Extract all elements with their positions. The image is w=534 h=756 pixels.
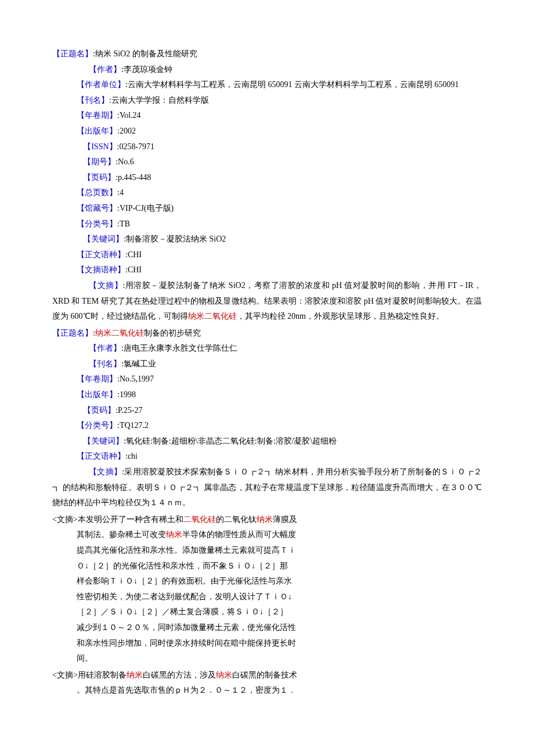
author-label: 【作者】 bbox=[89, 344, 121, 352]
title-value: :纳米 SiO2 的制备及性能研究 bbox=[93, 49, 197, 58]
totalpages-line: 【总页数】:4 bbox=[52, 185, 482, 201]
classno-label: 【分类号】 bbox=[77, 219, 117, 228]
abstract-body-line: 间。 bbox=[52, 651, 482, 667]
volume-value: :No.5,1997 bbox=[117, 375, 154, 383]
keywords-label: 【关键词】 bbox=[83, 235, 124, 243]
highlight: 纳米 bbox=[127, 671, 143, 679]
author-value: :李茂琼项金钟 bbox=[121, 65, 172, 74]
issue-line: 【期号】:No.6 bbox=[52, 154, 482, 170]
keywords-line: 【关键词】:氧化硅:制备:超细粉\非晶态二氧化硅:制备:溶胶/凝胶\超细粉 bbox=[52, 434, 482, 449]
abstract-text-b: ，其平均粒径 20nm，外观形状呈球形，且热稳定性良好。 bbox=[237, 312, 444, 321]
author-line: 【作者】:李茂琼项金钟 bbox=[52, 62, 482, 78]
text-c: 白碳黑的制备技术 bbox=[232, 671, 297, 679]
pubyear-line: 【出版年】:1998 bbox=[52, 387, 482, 403]
totalpages-label: 【总页数】 bbox=[77, 188, 117, 197]
keywords-line: 【关键词】:制备溶胶－凝胶法纳米 SiO2 bbox=[52, 232, 482, 247]
pubyear-label: 【出版年】 bbox=[77, 390, 117, 399]
issn-line: 【ISSN】:0258-7971 bbox=[52, 139, 482, 155]
volume-label: 【年卷期】 bbox=[77, 375, 117, 383]
volume-label: 【年卷期】 bbox=[77, 111, 117, 120]
affiliation-label: 【作者单位】 bbox=[77, 80, 125, 89]
abstract-body-line: 。其特点是首先选取市售的ｐＨ为２．０～１２，密度为１． bbox=[52, 683, 482, 699]
author-line: 【作者】:唐电王永康李永胜文仕学陈仕仁 bbox=[52, 341, 482, 357]
abstract-record: <文摘>本发明公开了一种含有稀土和二氧化硅的二氧化钛纳米薄膜及 其制法。掺杂稀土… bbox=[52, 512, 482, 667]
abstract-highlight: 纳米二氧化硅 bbox=[188, 312, 237, 321]
affiliation-value: :云南大学材料科学与工程系，云南昆明 650091 云南大学材料科学与工程系，云… bbox=[125, 80, 459, 89]
abstract-body-line: 其制法。掺杂稀土可改变纳米半导体的物理性质从而可大幅度 bbox=[52, 527, 482, 543]
abstract-body-line: 样会影响ＴｉＯ↓［２］的有效面积。由于光催化活性与亲水 bbox=[52, 574, 482, 589]
text-b: 半导体的物理性质从而可大幅度 bbox=[182, 530, 296, 539]
totalpages-value: :4 bbox=[117, 188, 124, 197]
collection-line: 【馆藏号】:VIP-CJ(电子版) bbox=[52, 201, 482, 217]
pubyear-value: :1998 bbox=[117, 390, 136, 399]
title-label: 【正题名】 bbox=[52, 329, 93, 337]
textlang-value: :CHI bbox=[125, 250, 142, 259]
abstract-record: <文摘>用硅溶胶制备纳米白碳黑的方法，涉及纳米白碳黑的制备技术 。其特点是首先选… bbox=[52, 668, 482, 699]
pages-label: 【页码】 bbox=[83, 406, 116, 415]
pubyear-label: 【出版年】 bbox=[77, 127, 117, 135]
journal-line: 【刊名】:云南大学学报：自然科学版 bbox=[52, 93, 482, 109]
keywords-value: :氧化硅:制备:超细粉\非晶态二氧化硅:制备:溶胶/凝胶\超细粉 bbox=[124, 437, 337, 445]
pubyear-line: 【出版年】:2002 bbox=[52, 124, 482, 139]
highlight: 纳米 bbox=[166, 530, 182, 539]
abstract-block: 【文摘】:用溶胶－凝胶法制备了纳米 SiO2，考察了溶胶的浓度和 pH 值对凝胶… bbox=[52, 278, 482, 325]
abstlang-value: :CHI bbox=[125, 265, 142, 274]
textlang-label: 【正文语种】 bbox=[77, 250, 125, 259]
title-line: 【正题名】:纳米二氧化硅制备的初步研究 bbox=[52, 326, 482, 341]
highlight: 纳米 bbox=[216, 671, 232, 679]
text-c: 薄膜及 bbox=[273, 515, 297, 524]
collection-label: 【馆藏号】 bbox=[77, 204, 117, 213]
journal-line: 【刊名】:氯碱工业 bbox=[52, 357, 482, 372]
abstlang-label: 【文摘语种】 bbox=[77, 265, 125, 274]
collection-value: :VIP-CJ(电子版) bbox=[117, 204, 174, 213]
volume-value: :Vol.24 bbox=[117, 111, 141, 120]
highlight: 二氧化硅 bbox=[183, 515, 216, 524]
abstract-body-line: Ｏ↓［２］的光催化活性和亲水性，而不象ＳｉＯ↓［２］那 bbox=[52, 559, 482, 574]
classno-value: :TQ127.2 bbox=[117, 421, 149, 430]
classno-line: 【分类号】:TQ127.2 bbox=[52, 418, 482, 434]
title-label: 【正题名】 bbox=[52, 49, 93, 58]
bibliographic-record: 【正题名】:纳米二氧化硅制备的初步研究 【作者】:唐电王永康李永胜文仕学陈仕仁 … bbox=[52, 326, 482, 511]
bibliographic-record: 【正题名】:纳米 SiO2 的制备及性能研究 【作者】:李茂琼项金钟 【作者单位… bbox=[52, 46, 482, 325]
affiliation-line: 【作者单位】:云南大学材料科学与工程系，云南昆明 650091 云南大学材料科学… bbox=[52, 77, 482, 93]
keywords-label: 【关键词】 bbox=[83, 437, 124, 445]
author-label: 【作者】 bbox=[89, 65, 121, 74]
issn-label: 【ISSN】 bbox=[83, 142, 117, 151]
pubyear-value: :2002 bbox=[117, 127, 136, 135]
pages-label: 【页码】 bbox=[83, 173, 116, 182]
textlang-label: 【正文语种】 bbox=[77, 452, 125, 460]
journal-value: :氯碱工业 bbox=[121, 359, 156, 368]
abstlang-line: 【文摘语种】:CHI bbox=[52, 262, 482, 278]
abstract-body-line: 和亲水性同步增加，同时使亲水持续时间在暗中能保持更长时 bbox=[52, 636, 482, 651]
classno-value: :TB bbox=[117, 219, 130, 228]
title-line: 【正题名】:纳米 SiO2 的制备及性能研究 bbox=[52, 46, 482, 62]
abstract-body-line: 减少到１０～２０％，同时添加微量稀土元素，使光催化活性 bbox=[52, 620, 482, 636]
textlang-line: 【正文语种】:chi bbox=[52, 449, 482, 465]
abstract-block: 【文摘】:采用溶胶凝胶技术探索制备ＳｉＯ┏２┓ 纳米材料，并用分析实验手段分析了… bbox=[52, 465, 482, 511]
issue-label: 【期号】 bbox=[83, 157, 116, 166]
text-b: 白碳黑的方法，涉及 bbox=[143, 671, 216, 679]
text-a: <文摘>用硅溶胶制备 bbox=[52, 671, 127, 679]
author-value: :唐电王永康李永胜文仕学陈仕仁 bbox=[121, 344, 237, 352]
pages-line: 【页码】:p.445-448 bbox=[52, 170, 482, 186]
issue-value: :No.6 bbox=[116, 157, 134, 166]
journal-value: :云南大学学报：自然科学版 bbox=[109, 96, 209, 105]
pages-value: :P.25-27 bbox=[116, 406, 142, 415]
volume-line: 【年卷期】:No.5,1997 bbox=[52, 372, 482, 387]
abstract-body-line: 性密切相关，为使二者达到最优配合，发明人设计了ＴｉＯ↓ bbox=[52, 589, 482, 605]
textlang-value: :chi bbox=[125, 452, 138, 460]
classno-label: 【分类号】 bbox=[77, 421, 117, 430]
abstract-label: 【文摘】 bbox=[89, 281, 123, 290]
title-highlight: 纳米二氧化硅 bbox=[95, 329, 144, 337]
abstract-label: 【文摘】 bbox=[89, 467, 122, 476]
classno-line: 【分类号】:TB bbox=[52, 217, 482, 232]
abstract-body-line: ［２］／ＳｉＯ↓［２］／稀土复合薄膜，将ＳｉＯ↓［２］ bbox=[52, 604, 482, 620]
textlang-line: 【正文语种】:CHI bbox=[52, 247, 482, 263]
pages-value: :p.445-448 bbox=[116, 173, 151, 182]
highlight: 纳米 bbox=[257, 515, 273, 524]
issn-value: :0258-7971 bbox=[117, 142, 155, 151]
keywords-value: :制备溶胶－凝胶法纳米 SiO2 bbox=[124, 235, 226, 243]
abstract-head: <文摘>本发明公开了一种含有稀土和二氧化硅的二氧化钛纳米薄膜及 bbox=[52, 512, 482, 528]
journal-label: 【刊名】 bbox=[77, 96, 109, 105]
pages-line: 【页码】:P.25-27 bbox=[52, 403, 482, 419]
